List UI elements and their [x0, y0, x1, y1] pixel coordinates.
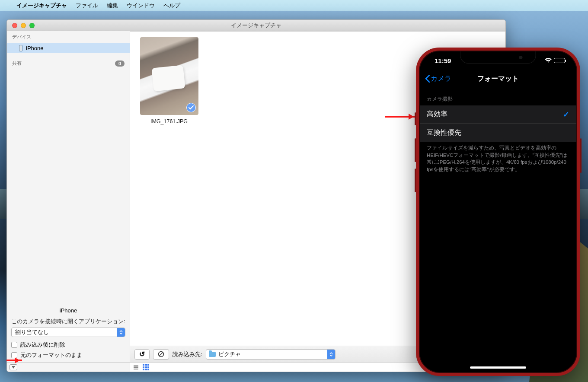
grid-view-button[interactable]	[143, 364, 149, 370]
menubar-app-name[interactable]: イメージキャプチャ	[16, 2, 67, 10]
chevron-left-icon	[425, 75, 430, 83]
window-title: イメージキャプチャ	[7, 22, 505, 29]
menubar: イメージキャプチャ ファイル 編集 ウインドウ ヘルプ	[0, 0, 588, 11]
option-high-efficiency[interactable]: 高効率 ✓	[420, 105, 576, 124]
destination-select[interactable]: ピクチャ	[206, 349, 336, 360]
checkbox-delete-after-import[interactable]: 読み込み後に削除	[11, 340, 125, 350]
home-indicator[interactable]	[470, 366, 526, 369]
sidebar-toggle-button[interactable]	[10, 364, 17, 370]
back-button[interactable]: カメラ	[425, 74, 451, 83]
selected-check-icon	[186, 103, 196, 112]
select-arrows-icon	[327, 350, 335, 359]
menubar-help[interactable]: ヘルプ	[163, 2, 180, 10]
checkmark-icon: ✓	[563, 110, 569, 119]
checkbox-icon	[11, 342, 17, 348]
zoom-button[interactable]	[29, 23, 35, 28]
titlebar[interactable]: イメージキャプチャ	[7, 20, 505, 31]
sidebar-section-shared: 共有 0	[7, 57, 130, 69]
rotate-button[interactable]: ↺	[134, 349, 150, 360]
open-with-select[interactable]: 割り当てなし	[11, 328, 125, 337]
iphone-screen: 11:59 カメラ フォーマット カメラ撮影 高効率 ✓ 互換性優先 ファイルサ…	[419, 51, 577, 373]
select-arrows-icon	[117, 328, 125, 337]
section-header: カメラ撮影	[420, 88, 576, 105]
sidebar-footer	[7, 362, 130, 372]
sidebar-section-devices: デバイス	[7, 31, 130, 43]
prohibit-button[interactable]	[153, 349, 169, 360]
annotation-arrow	[6, 360, 22, 361]
sidebar: デバイス iPhone 共有 0 iPhone このカメラを接続時に開くアプリケ…	[7, 31, 130, 372]
option-most-compatible[interactable]: 互換性優先	[420, 124, 576, 142]
image-item[interactable]: IMG_1761.JPG	[139, 37, 199, 124]
sidebar-options: iPhone このカメラを接続時に開くアプリケーション: 割り当てなし 読み込み…	[7, 304, 130, 362]
image-thumbnail[interactable]	[140, 37, 198, 115]
image-filename: IMG_1761.JPG	[150, 118, 188, 124]
close-button[interactable]	[12, 23, 17, 28]
battery-icon	[554, 58, 565, 63]
iphone-device-icon	[19, 45, 22, 51]
iphone-mockup: 11:59 カメラ フォーマット カメラ撮影 高効率 ✓ 互換性優先 ファイルサ…	[416, 48, 580, 376]
annotation-arrow	[385, 116, 416, 118]
list-view-button[interactable]	[134, 365, 138, 369]
menubar-file[interactable]: ファイル	[76, 2, 98, 10]
shared-count-badge: 0	[115, 60, 125, 67]
device-name-label: iPhone	[11, 306, 125, 315]
menubar-window[interactable]: ウインドウ	[127, 2, 155, 10]
minimize-button[interactable]	[21, 23, 26, 28]
svg-line-1	[159, 352, 163, 356]
checkbox-keep-original-format[interactable]: 元のフォーマットのまま	[11, 350, 125, 360]
settings-footer-text: ファイルサイズを減らすため、写真とビデオを高効率のHEIF/HEVCフォーマット…	[420, 142, 576, 176]
menubar-edit[interactable]: 編集	[107, 2, 118, 10]
iphone-notch	[460, 51, 536, 64]
status-time: 11:59	[435, 57, 451, 64]
iphone-navbar: カメラ フォーマット	[420, 70, 576, 88]
destination-label: 読み込み先:	[173, 350, 202, 358]
folder-icon	[209, 352, 216, 357]
sidebar-item-iphone[interactable]: iPhone	[7, 43, 130, 53]
sidebar-item-label: iPhone	[26, 45, 43, 51]
open-with-prompt: このカメラを接続時に開くアプリケーション:	[11, 317, 125, 326]
wifi-icon	[545, 58, 552, 63]
